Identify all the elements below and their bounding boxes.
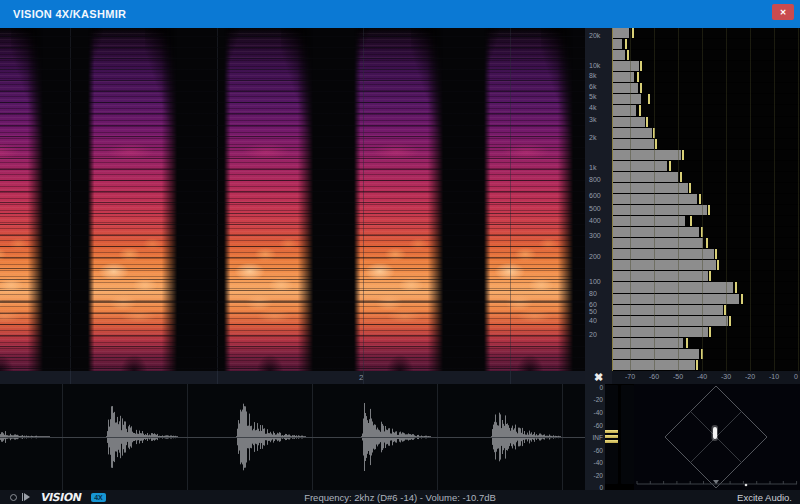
analyzer-band-row [613,50,800,61]
analyzer-peak-tick [715,249,717,259]
meter-activity-stripe [605,430,618,433]
analyzer-peak-tick [701,227,703,237]
freq-tick-label: 400 [589,217,601,225]
timeline-tick [510,371,511,384]
meter-scale-label: INF [585,434,603,441]
freq-tick-label: 80 [589,290,597,298]
db-tick-label: -30 [721,373,731,380]
freq-tick-label: 50 [589,308,597,316]
analyzer-peak-tick [625,39,627,49]
waveform-centerline [0,437,585,438]
db-tick-label: -60 [649,373,659,380]
analyzer-peak-tick [706,238,708,248]
db-tick-label: -50 [673,373,683,380]
freq-tick-label: 800 [589,176,601,184]
bar-gridline [70,28,71,371]
analyzer-peak-tick [653,128,655,138]
analyzer-bar [613,150,681,160]
analyzer-peak-tick [717,260,719,270]
freq-tick-label: 500 [589,205,601,213]
analyzer-peak-tick [639,105,641,115]
analyzer-band-row [613,61,800,72]
width-dot [745,484,748,487]
meter-scale-label: -40 [585,409,603,416]
meter-scale-label: -20 [585,396,603,403]
db-tick-label: 0 [794,373,798,380]
analyzer-bar [613,227,699,237]
analyzer-peak-tick [709,327,711,337]
spectrum-analyzer-display[interactable] [612,28,800,371]
timeline-tick [363,371,364,384]
analyzer-band-row [613,349,800,360]
analyzer-bar [613,271,708,281]
analyzer-band-row [613,105,800,116]
analyzer-peak-tick [690,216,692,226]
frequency-axis: 20k10k8k6k5k4k3k2k1k80060050040030020010… [585,28,612,371]
analyzer-peak-tick [735,282,737,292]
timeline-tick [70,371,71,384]
title-bar[interactable]: VISION 4X/KASHMIR ✕ [0,0,800,28]
analyzer-band-row [613,271,800,282]
spectrogram-energy-band [354,28,446,371]
analyzer-band-row [613,360,800,371]
vectorscope-display[interactable] [634,384,800,490]
analyzer-peak-tick [686,338,688,348]
analyzer-bar [613,349,699,359]
analyzer-bar [613,238,703,248]
analyzer-band-row [613,28,800,39]
analyzer-bar [613,128,652,138]
db-tick-label: -20 [745,373,755,380]
analyzer-bar [613,94,641,104]
collapse-button[interactable]: ✖ [585,371,612,384]
freq-tick-label: 20k [589,32,600,40]
bottom-row: 0-20-40-60INF-60-40-200 [0,384,800,490]
analyzer-bars [613,28,800,371]
analyzer-bar [613,72,634,82]
meter-scale-label: -60 [585,447,603,454]
analyzer-bar [613,360,695,370]
analyzer-peak-tick [680,172,682,182]
analyzer-bar [613,249,714,259]
analyzer-band-row [613,72,800,83]
analyzer-peak-tick [640,83,642,93]
db-axis: -70-60-50-40-30-20-100 [612,371,800,384]
close-button[interactable]: ✕ [772,4,794,20]
analyzer-bar [613,282,733,292]
freq-tick-label: 1k [589,164,596,172]
analyzer-bar [613,61,639,71]
analyzer-peak-tick [741,294,743,304]
analyzer-bar [613,83,638,93]
main-analysis-row: 20k10k8k6k5k4k3k2k1k80060050040030020010… [0,28,800,371]
analyzer-band-row [613,117,800,128]
analyzer-band-row [613,249,800,260]
bar-gridline [217,28,218,371]
freq-tick-label: 5k [589,93,596,101]
analyzer-band-row [613,94,800,105]
analyzer-bar [613,216,685,226]
meter-activity-stripe [605,440,618,443]
analyzer-peak-tick [709,271,711,281]
freq-tick-label: 4k [589,104,596,112]
analyzer-band-row [613,39,800,50]
db-tick-label: -40 [697,373,707,380]
analyzer-peak-tick [682,150,684,160]
analyzer-peak-tick [701,349,703,359]
timeline-ruler[interactable]: 2 [0,371,585,384]
freq-tick-label: 40 [589,317,597,325]
brand-label: Excite Audio. [737,492,792,503]
analyzer-peak-tick [655,139,657,149]
analyzer-bar [613,316,728,326]
freq-tick-label: 600 [589,192,601,200]
meter-scale-label: 0 [585,384,603,391]
analyzer-bar [613,161,667,171]
analyzer-band-row [613,227,800,238]
freq-tick-label: 10k [589,62,600,70]
analyzer-bar [613,117,645,127]
waveform-display[interactable] [0,384,585,490]
analyzer-band-row [613,338,800,349]
spectrogram-display[interactable] [0,28,585,371]
sub-strip: 2 ✖ -70-60-50-40-30-20-100 [0,371,800,384]
plugin-window: VISION 4X/KASHMIR ✕ 20k10k8k6k5k4k3k2k1k… [0,0,800,504]
analyzer-band-row [613,282,800,293]
freq-tick-label: 3k [589,116,596,124]
